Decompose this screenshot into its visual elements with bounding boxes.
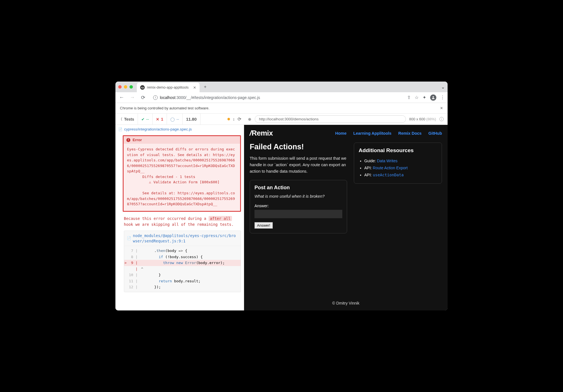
aut-url-display[interactable]: http://localhost:3000/demos/actions xyxy=(255,115,406,123)
back-button[interactable]: ← xyxy=(118,94,125,100)
chevron-left-icon: 〈 xyxy=(119,117,122,122)
window-minimize[interactable] xyxy=(124,85,127,89)
pending-count: -- xyxy=(177,117,179,121)
selector-playground-icon[interactable]: ⊕ xyxy=(248,117,251,121)
list-item: Guide: Data Writes xyxy=(364,157,437,165)
address-bar[interactable]: i localhost:3000/__/#/tests/integration/… xyxy=(150,94,403,101)
command-log[interactable]: 📄 cypress/integration/actions-page.spec.… xyxy=(115,125,244,310)
back-to-tests[interactable]: 〈 Tests xyxy=(115,114,138,125)
error-message: Eyes-Cypress detected diffs or errors du… xyxy=(124,144,240,211)
skip-suffix: hook we are skipping all of the remainin… xyxy=(124,222,234,227)
code-line: 8 | if (!body.success) { xyxy=(124,254,241,260)
url-port: :3000 xyxy=(175,95,185,100)
item-link[interactable]: Data Writes xyxy=(377,159,397,163)
source: } xyxy=(141,272,241,278)
browser-toolbar: ← → ⟳ i localhost:3000/__/#/tests/integr… xyxy=(115,92,448,103)
item-link[interactable]: Route Action Export xyxy=(373,166,408,170)
nav-home[interactable]: Home xyxy=(335,131,347,136)
kebab-menu-icon[interactable]: ⋮ xyxy=(440,95,445,100)
source: .then(body => { xyxy=(141,248,241,254)
status-dot-icon xyxy=(227,118,230,120)
question-text: What is more useful when it is broken? xyxy=(254,194,342,199)
item-prefix: API: xyxy=(364,173,373,177)
gutter: 8 | xyxy=(124,254,141,260)
app-under-test: /Remix Home Learning Applitools Remix Do… xyxy=(244,125,448,310)
close-banner-icon[interactable]: ✕ xyxy=(440,106,443,110)
resources-list: Guide: Data WritesAPI: Route Action Expo… xyxy=(359,157,437,179)
resources-title: Additional Resources xyxy=(359,147,437,154)
url-path: /__/#/tests/integration/actions-page.spe… xyxy=(185,95,260,100)
traffic-lights xyxy=(118,85,133,89)
bookmark-icon[interactable]: ☆ xyxy=(415,95,419,100)
viewport-info[interactable]: 800 x 600 (88%) xyxy=(409,117,436,121)
hook-pill: after all xyxy=(209,216,232,221)
code-frame: 📄 node_modules/@applitools/eyes-cypress/… xyxy=(124,231,241,292)
gutter: | xyxy=(124,266,141,272)
remix-logo[interactable]: /Remix xyxy=(250,129,273,138)
browser-tab[interactable]: cy remix-demo-app-applitools ✕ xyxy=(137,83,200,92)
resources-card: Additional Resources Guide: Data WritesA… xyxy=(354,143,442,184)
viewport-scale: (88%) xyxy=(426,117,436,121)
tabs-menu-icon[interactable]: ⌄ xyxy=(441,84,445,90)
source: ^ xyxy=(141,266,241,272)
forward-button[interactable]: → xyxy=(129,94,136,100)
new-tab-button[interactable]: + xyxy=(201,83,209,91)
favicon: cy xyxy=(140,85,145,90)
cypress-header: 〈 Tests ✔ -- ✕ 1 ◯ -- 11.80 ↕ ⟳ xyxy=(115,114,448,125)
code-line: |^ xyxy=(124,266,241,272)
source: if (!body.success) { xyxy=(141,254,241,260)
code-line: > 9 | throw new Error(body.error); xyxy=(124,260,241,266)
code-frame-path[interactable]: 📄 node_modules/@applitools/eyes-cypress/… xyxy=(124,231,241,246)
reload-button[interactable]: ⟳ xyxy=(140,94,146,101)
auto-scroll-toggle[interactable]: ↕ xyxy=(233,117,235,121)
rerun-button[interactable]: ⟳ xyxy=(238,116,241,122)
aut-nav-links: Home Learning Applitools Remix Docs GitH… xyxy=(335,131,442,136)
source: throw new Error(body.error); xyxy=(141,260,241,266)
nav-github[interactable]: GitHub xyxy=(428,131,442,136)
check-icon: ✔ xyxy=(141,117,145,121)
tab-strip: cy remix-demo-app-applitools ✕ + ⌄ xyxy=(115,82,448,92)
window-close[interactable] xyxy=(118,85,122,89)
close-tab-icon[interactable]: ✕ xyxy=(193,85,196,90)
gutter: 12 | xyxy=(124,284,141,290)
source: return body.result; xyxy=(141,278,241,284)
code-frame-path-text: node_modules/@applitools/eyes-cypress/sr… xyxy=(133,233,238,244)
viewport-help-icon[interactable]: i xyxy=(439,117,444,121)
stat-pending: ◯ -- xyxy=(167,114,183,125)
item-prefix: API: xyxy=(364,166,373,170)
circle-icon: ◯ xyxy=(170,117,175,121)
stat-failures: ✕ 1 xyxy=(153,114,167,125)
automation-banner: Chrome is being controlled by automated … xyxy=(115,103,448,114)
window-zoom[interactable] xyxy=(129,85,133,89)
aut-sidebar: Additional Resources Guide: Data WritesA… xyxy=(354,143,442,233)
page-description: This form submission will send a post re… xyxy=(250,155,347,175)
spec-path-text: cypress/integration/actions-page.spec.js xyxy=(124,127,192,131)
aut-footer: © Dmitry Vinnik xyxy=(244,296,448,310)
gutter: 11 | xyxy=(124,278,141,284)
nav-learning[interactable]: Learning Applitools xyxy=(353,131,392,136)
gutter: 10 | xyxy=(124,272,141,278)
aut-navbar: /Remix Home Learning Applitools Remix Do… xyxy=(244,125,448,141)
extensions-icon[interactable]: ✦ xyxy=(423,95,426,100)
gutter: 7 | xyxy=(124,248,141,254)
code-line: 11 | return body.result; xyxy=(124,278,241,284)
code-line: 10 | } xyxy=(124,272,241,278)
site-info-icon[interactable]: i xyxy=(153,95,158,100)
share-icon[interactable]: ⇧ xyxy=(407,95,411,100)
answer-input[interactable] xyxy=(254,210,342,218)
url-host: localhost xyxy=(160,95,175,100)
item-code[interactable]: useActionData xyxy=(373,173,404,177)
submit-button[interactable]: Answer! xyxy=(254,222,273,229)
error-title: Error xyxy=(133,138,142,142)
browser-window: cy remix-demo-app-applitools ✕ + ⌄ ← → ⟳… xyxy=(115,82,448,310)
x-icon: ✕ xyxy=(156,117,159,121)
main-split: 📄 cypress/integration/actions-page.spec.… xyxy=(115,125,448,310)
profile-avatar[interactable] xyxy=(430,94,436,101)
list-item: API: useActionData xyxy=(364,172,437,179)
skip-prefix: Because this error occurred during a xyxy=(124,216,209,221)
cypress-header-right: ⊕ http://localhost:3000/demos/actions 80… xyxy=(244,115,448,123)
spec-file-link[interactable]: 📄 cypress/integration/actions-page.spec.… xyxy=(115,125,244,134)
aut-main: Failed Actions! This form submission wil… xyxy=(250,143,347,233)
nav-docs[interactable]: Remix Docs xyxy=(398,131,422,136)
url-text: localhost:3000/__/#/tests/integration/ac… xyxy=(160,95,260,100)
